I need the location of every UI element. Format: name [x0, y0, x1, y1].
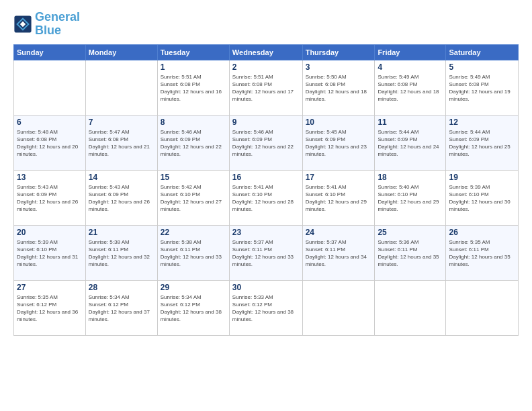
day-number: 21: [89, 228, 154, 237]
calendar-cell: 17Sunrise: 5:41 AMSunset: 6:10 PMDayligh…: [302, 170, 375, 225]
day-info: Sunrise: 5:46 AMSunset: 6:09 PMDaylight:…: [232, 128, 300, 158]
header: General Blue: [13, 11, 519, 38]
calendar-cell: 29Sunrise: 5:34 AMSunset: 6:12 PMDayligh…: [157, 280, 229, 335]
day-number: 19: [449, 173, 515, 182]
weekday-header-friday: Friday: [375, 44, 446, 60]
weekday-header-row: SundayMondayTuesdayWednesdayThursdayFrid…: [14, 44, 519, 60]
calendar-week-2: 6Sunrise: 5:48 AMSunset: 6:08 PMDaylight…: [14, 115, 519, 170]
calendar-cell: 15Sunrise: 5:42 AMSunset: 6:10 PMDayligh…: [157, 170, 229, 225]
calendar-cell: 20Sunrise: 5:39 AMSunset: 6:10 PMDayligh…: [14, 225, 86, 280]
day-number: 8: [161, 118, 226, 127]
day-number: 1: [161, 62, 226, 72]
weekday-header-wednesday: Wednesday: [229, 44, 302, 60]
day-info: Sunrise: 5:34 AMSunset: 6:12 PMDaylight:…: [161, 293, 226, 324]
day-number: 10: [306, 118, 372, 127]
day-number: 23: [232, 228, 300, 237]
calendar-cell: 28Sunrise: 5:34 AMSunset: 6:12 PMDayligh…: [85, 280, 157, 335]
calendar-cell: 13Sunrise: 5:43 AMSunset: 6:09 PMDayligh…: [14, 170, 86, 225]
calendar-cell: 3Sunrise: 5:50 AMSunset: 6:08 PMDaylight…: [302, 60, 375, 115]
day-info: Sunrise: 5:39 AMSunset: 6:10 PMDaylight:…: [449, 183, 515, 214]
calendar-cell: 4Sunrise: 5:49 AMSunset: 6:08 PMDaylight…: [375, 60, 446, 115]
day-info: Sunrise: 5:46 AMSunset: 6:09 PMDaylight:…: [161, 128, 226, 158]
calendar-cell: 6Sunrise: 5:48 AMSunset: 6:08 PMDaylight…: [14, 115, 86, 170]
day-info: Sunrise: 5:39 AMSunset: 6:10 PMDaylight:…: [17, 238, 83, 269]
day-info: Sunrise: 5:38 AMSunset: 6:11 PMDaylight:…: [161, 238, 226, 269]
weekday-header-thursday: Thursday: [302, 44, 375, 60]
day-info: Sunrise: 5:37 AMSunset: 6:11 PMDaylight:…: [232, 238, 300, 269]
day-number: 25: [378, 228, 443, 237]
day-number: 16: [232, 173, 300, 182]
calendar-cell: 8Sunrise: 5:46 AMSunset: 6:09 PMDaylight…: [157, 115, 229, 170]
logo: General Blue: [13, 11, 80, 38]
calendar-cell: 24Sunrise: 5:37 AMSunset: 6:11 PMDayligh…: [302, 225, 375, 280]
day-number: 13: [17, 173, 83, 182]
day-info: Sunrise: 5:40 AMSunset: 6:10 PMDaylight:…: [378, 183, 443, 214]
day-number: 14: [89, 173, 154, 182]
day-info: Sunrise: 5:33 AMSunset: 6:12 PMDaylight:…: [232, 293, 300, 324]
day-info: Sunrise: 5:50 AMSunset: 6:08 PMDaylight:…: [306, 73, 372, 103]
calendar-cell: 12Sunrise: 5:44 AMSunset: 6:09 PMDayligh…: [446, 115, 519, 170]
day-number: 26: [449, 228, 515, 237]
day-number: 7: [89, 118, 154, 127]
day-info: Sunrise: 5:51 AMSunset: 6:08 PMDaylight:…: [232, 73, 300, 103]
day-number: 30: [232, 283, 300, 292]
day-number: 6: [17, 118, 83, 127]
day-number: 28: [89, 283, 154, 292]
day-info: Sunrise: 5:49 AMSunset: 6:08 PMDaylight:…: [378, 73, 443, 103]
day-number: 24: [306, 228, 372, 237]
day-info: Sunrise: 5:38 AMSunset: 6:11 PMDaylight:…: [89, 238, 154, 269]
day-number: 17: [306, 173, 372, 182]
calendar-cell: 18Sunrise: 5:40 AMSunset: 6:10 PMDayligh…: [375, 170, 446, 225]
day-number: 11: [378, 118, 443, 127]
calendar-week-5: 27Sunrise: 5:35 AMSunset: 6:12 PMDayligh…: [14, 280, 519, 335]
calendar-cell: [375, 280, 446, 335]
calendar-cell: 16Sunrise: 5:41 AMSunset: 6:10 PMDayligh…: [229, 170, 302, 225]
calendar-week-1: 1Sunrise: 5:51 AMSunset: 6:08 PMDaylight…: [14, 60, 519, 115]
day-info: Sunrise: 5:48 AMSunset: 6:08 PMDaylight:…: [17, 128, 83, 158]
calendar-cell: [302, 280, 375, 335]
day-number: 22: [161, 228, 226, 237]
logo-icon: [13, 15, 32, 34]
day-info: Sunrise: 5:45 AMSunset: 6:09 PMDaylight:…: [306, 128, 372, 158]
logo-text: General Blue: [35, 11, 80, 38]
day-info: Sunrise: 5:43 AMSunset: 6:09 PMDaylight:…: [17, 183, 83, 214]
day-info: Sunrise: 5:49 AMSunset: 6:08 PMDaylight:…: [449, 73, 515, 103]
weekday-header-tuesday: Tuesday: [157, 44, 229, 60]
day-info: Sunrise: 5:41 AMSunset: 6:10 PMDaylight:…: [232, 183, 300, 214]
day-info: Sunrise: 5:35 AMSunset: 6:11 PMDaylight:…: [449, 238, 515, 269]
day-number: 9: [232, 118, 300, 127]
calendar-week-3: 13Sunrise: 5:43 AMSunset: 6:09 PMDayligh…: [14, 170, 519, 225]
day-info: Sunrise: 5:51 AMSunset: 6:08 PMDaylight:…: [161, 73, 226, 103]
calendar-cell: 9Sunrise: 5:46 AMSunset: 6:09 PMDaylight…: [229, 115, 302, 170]
calendar-cell: 7Sunrise: 5:47 AMSunset: 6:08 PMDaylight…: [85, 115, 157, 170]
calendar-cell: 1Sunrise: 5:51 AMSunset: 6:08 PMDaylight…: [157, 60, 229, 115]
calendar-cell: 5Sunrise: 5:49 AMSunset: 6:08 PMDaylight…: [446, 60, 519, 115]
calendar-cell: 25Sunrise: 5:36 AMSunset: 6:11 PMDayligh…: [375, 225, 446, 280]
calendar-cell: [85, 60, 157, 115]
day-number: 3: [306, 62, 372, 72]
calendar-cell: 22Sunrise: 5:38 AMSunset: 6:11 PMDayligh…: [157, 225, 229, 280]
calendar-cell: 2Sunrise: 5:51 AMSunset: 6:08 PMDaylight…: [229, 60, 302, 115]
calendar-cell: 14Sunrise: 5:43 AMSunset: 6:09 PMDayligh…: [85, 170, 157, 225]
day-number: 18: [378, 173, 443, 182]
calendar-cell: [14, 60, 86, 115]
calendar-table: SundayMondayTuesdayWednesdayThursdayFrid…: [13, 44, 519, 336]
day-number: 15: [161, 173, 226, 182]
day-info: Sunrise: 5:44 AMSunset: 6:09 PMDaylight:…: [449, 128, 515, 158]
calendar-cell: 30Sunrise: 5:33 AMSunset: 6:12 PMDayligh…: [229, 280, 302, 335]
day-number: 29: [161, 283, 226, 292]
weekday-header-saturday: Saturday: [446, 44, 519, 60]
weekday-header-monday: Monday: [85, 44, 157, 60]
day-info: Sunrise: 5:34 AMSunset: 6:12 PMDaylight:…: [89, 293, 154, 324]
weekday-header-sunday: Sunday: [14, 44, 86, 60]
day-info: Sunrise: 5:43 AMSunset: 6:09 PMDaylight:…: [89, 183, 154, 214]
day-info: Sunrise: 5:47 AMSunset: 6:08 PMDaylight:…: [89, 128, 154, 158]
day-info: Sunrise: 5:36 AMSunset: 6:11 PMDaylight:…: [378, 238, 443, 269]
calendar-cell: 11Sunrise: 5:44 AMSunset: 6:09 PMDayligh…: [375, 115, 446, 170]
day-number: 5: [449, 62, 515, 72]
calendar-cell: 23Sunrise: 5:37 AMSunset: 6:11 PMDayligh…: [229, 225, 302, 280]
day-info: Sunrise: 5:44 AMSunset: 6:09 PMDaylight:…: [378, 128, 443, 158]
day-number: 2: [232, 62, 300, 72]
day-info: Sunrise: 5:37 AMSunset: 6:11 PMDaylight:…: [306, 238, 372, 269]
day-number: 12: [449, 118, 515, 127]
